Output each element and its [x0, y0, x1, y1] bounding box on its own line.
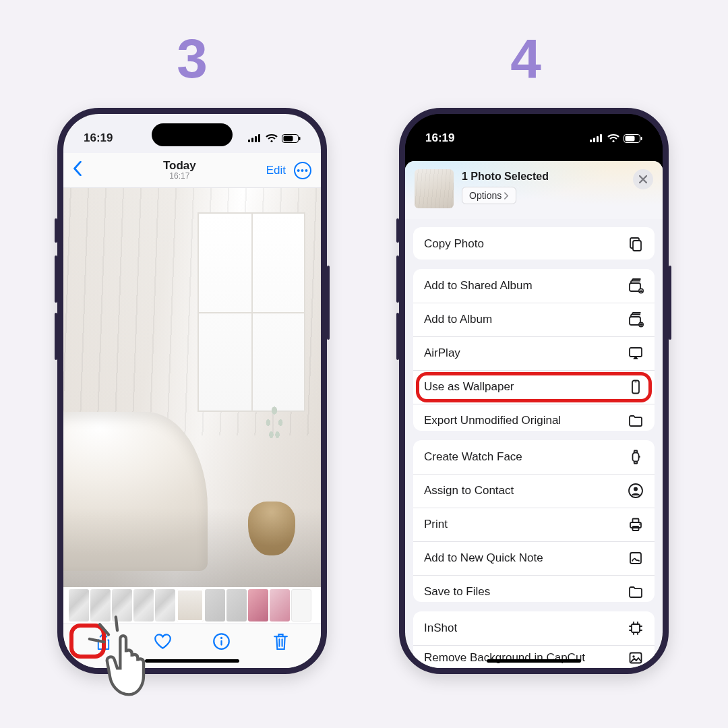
- favorite-button[interactable]: [154, 632, 172, 653]
- thumbnail[interactable]: [291, 589, 311, 621]
- status-icons: [590, 134, 642, 143]
- trash-button[interactable]: [272, 632, 290, 653]
- action-row[interactable]: Save to Files: [413, 575, 655, 602]
- action-row[interactable]: Assign to Contact: [413, 474, 655, 508]
- share-sheet-title: 1 Photo Selected: [462, 171, 549, 183]
- action-row[interactable]: Export Unmodified Original: [413, 404, 655, 431]
- contact-icon: [628, 483, 644, 499]
- svg-rect-14: [590, 140, 592, 142]
- edit-button[interactable]: Edit: [266, 164, 286, 177]
- thumbnail[interactable]: [155, 589, 175, 621]
- thumbnail[interactable]: [248, 589, 268, 621]
- svg-rect-30: [635, 382, 637, 383]
- svg-point-18: [612, 140, 614, 142]
- more-button[interactable]: •••: [294, 162, 311, 179]
- home-indicator[interactable]: [487, 659, 581, 663]
- svg-rect-21: [641, 137, 642, 140]
- svg-point-25: [640, 289, 642, 291]
- wifi-icon: [266, 134, 278, 143]
- share-sheet-body[interactable]: Copy PhotoAdd to Shared AlbumAdd to Albu…: [405, 219, 663, 668]
- svg-rect-22: [633, 241, 641, 251]
- action-label: Use as Wallpaper: [424, 380, 628, 394]
- status-time: 16:19: [425, 131, 454, 145]
- svg-rect-39: [630, 553, 641, 564]
- action-row[interactable]: Add to New Quick Note: [413, 541, 655, 575]
- svg-point-4: [270, 140, 272, 142]
- thumbnail-strip[interactable]: [63, 587, 321, 624]
- close-icon: [639, 175, 647, 183]
- svg-rect-2: [255, 136, 257, 142]
- cellular-icon: [590, 134, 603, 142]
- thumbnail[interactable]: [133, 589, 154, 621]
- thumbnail[interactable]: [205, 589, 225, 621]
- quicknote-icon: [628, 550, 644, 566]
- thumbnail[interactable]: [270, 589, 290, 621]
- status-icons: [248, 134, 301, 143]
- action-row[interactable]: Add to Shared Album: [413, 269, 655, 303]
- action-group: Add to Shared AlbumAdd to AlbumAirPlayUs…: [413, 269, 655, 431]
- action-label: Print: [424, 518, 628, 531]
- phone-step-3: 16:19 Today 16:17 Edit ••: [57, 108, 327, 674]
- action-row[interactable]: Use as Wallpaper: [413, 370, 655, 404]
- dynamic-island: [493, 123, 574, 146]
- close-button[interactable]: [633, 169, 653, 189]
- image-icon: [628, 650, 644, 666]
- action-label: Add to New Quick Note: [424, 551, 628, 565]
- svg-point-9: [220, 637, 222, 639]
- svg-rect-31: [633, 452, 639, 461]
- svg-rect-15: [593, 138, 595, 143]
- action-row[interactable]: AirPlay: [413, 336, 655, 370]
- svg-point-38: [639, 524, 640, 525]
- photo-content: [63, 188, 321, 587]
- action-label: InShot: [424, 621, 628, 635]
- action-row[interactable]: Copy Photo: [413, 227, 655, 260]
- action-row[interactable]: Create Watch Face: [413, 440, 655, 474]
- action-row[interactable]: Remove Background in CapCut: [413, 645, 655, 668]
- action-group: Copy Photo: [413, 227, 655, 260]
- screen: 16:19 1 Photo Selected Options: [405, 114, 663, 668]
- svg-point-24: [639, 289, 643, 293]
- dynamic-island: [152, 123, 233, 146]
- svg-rect-37: [633, 526, 639, 530]
- action-label: Create Watch Face: [424, 450, 628, 464]
- nav-bar: Today 16:17 Edit •••: [63, 153, 321, 188]
- share-button[interactable]: [94, 632, 113, 653]
- svg-rect-36: [633, 519, 639, 523]
- wifi-icon: [607, 134, 619, 143]
- svg-rect-28: [630, 348, 642, 357]
- action-row[interactable]: InShot: [413, 611, 655, 645]
- thumbnail-selected[interactable]: [177, 589, 204, 621]
- options-button[interactable]: Options: [462, 187, 516, 204]
- shared-album-icon: [628, 278, 644, 294]
- action-row[interactable]: Print: [413, 508, 655, 541]
- svg-rect-0: [248, 140, 250, 142]
- thumbnail[interactable]: [112, 589, 132, 621]
- options-label: Options: [469, 190, 502, 201]
- wallpaper-icon: [628, 379, 644, 395]
- copy-icon: [628, 236, 644, 252]
- svg-point-34: [634, 487, 638, 491]
- action-row[interactable]: Add to Album: [413, 303, 655, 336]
- trash-icon: [272, 632, 290, 650]
- heart-icon: [154, 632, 172, 650]
- home-indicator[interactable]: [145, 659, 239, 663]
- photo-viewer[interactable]: [63, 188, 321, 587]
- thumbnail[interactable]: [226, 589, 247, 621]
- svg-rect-10: [221, 640, 222, 646]
- battery-icon: [282, 134, 301, 143]
- step-label-4: 4: [485, 27, 566, 90]
- info-button[interactable]: [212, 632, 231, 653]
- svg-point-42: [632, 655, 634, 657]
- nav-title-primary: Today: [93, 159, 266, 173]
- ellipsis-icon: •••: [297, 166, 309, 175]
- share-sheet: 1 Photo Selected Options Copy PhotoAdd t…: [405, 161, 663, 668]
- svg-rect-17: [600, 134, 602, 142]
- svg-rect-6: [284, 135, 293, 141]
- inshot-icon: [628, 620, 644, 636]
- thumbnail[interactable]: [90, 589, 111, 621]
- action-label: Assign to Contact: [424, 484, 628, 497]
- back-button[interactable]: [73, 160, 93, 181]
- thumbnail[interactable]: [69, 589, 89, 621]
- phone-step-4: 16:19 1 Photo Selected Options: [399, 108, 669, 674]
- action-group: Create Watch FaceAssign to ContactPrintA…: [413, 440, 655, 602]
